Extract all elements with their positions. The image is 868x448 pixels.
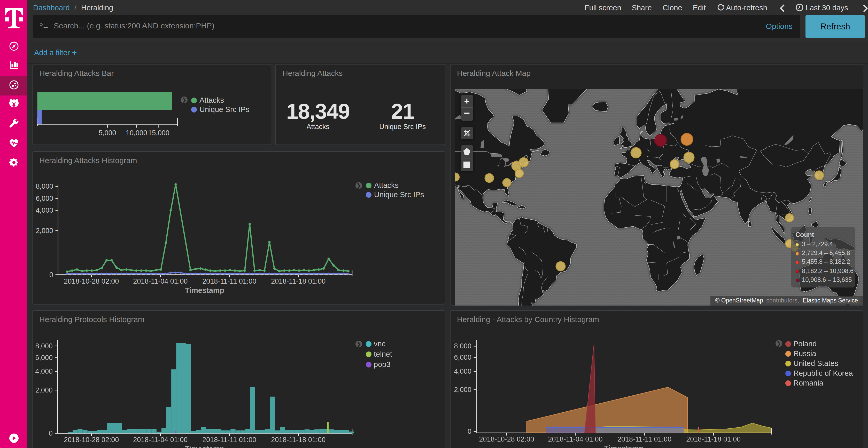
svg-text:2018-10-28 02:00: 2018-10-28 02:00 [64, 277, 119, 285]
svg-text:4,000: 4,000 [454, 368, 471, 375]
svg-text:10,000: 10,000 [126, 129, 147, 137]
svg-text:Timestamp: Timestamp [185, 286, 224, 295]
svg-text:2018-11-04 01:00: 2018-11-04 01:00 [133, 436, 188, 444]
svg-text:8,000: 8,000 [36, 182, 53, 190]
svg-text:2018-11-18 01:00: 2018-11-18 01:00 [271, 277, 326, 285]
svg-text:8,000: 8,000 [454, 342, 471, 350]
svg-text:15,000: 15,000 [148, 129, 169, 137]
svg-text:2,000: 2,000 [35, 386, 53, 394]
svg-text:2018-11-18 01:00: 2018-11-18 01:00 [271, 436, 326, 444]
svg-text:0: 0 [467, 427, 471, 435]
svg-text:2018-11-04 01:00: 2018-11-04 01:00 [133, 277, 188, 285]
svg-text:2018-10-28 02:00: 2018-10-28 02:00 [64, 436, 119, 444]
svg-text:2018-10-28 02:00: 2018-10-28 02:00 [479, 435, 534, 443]
svg-text:2018-11-11 01:00: 2018-11-11 01:00 [202, 277, 256, 285]
svg-text:2,000: 2,000 [36, 227, 53, 235]
svg-text:2018-11-11 01:00: 2018-11-11 01:00 [617, 435, 671, 443]
svg-text:2018-11-04 01:00: 2018-11-04 01:00 [548, 435, 602, 443]
svg-text:2018-11-11 01:00: 2018-11-11 01:00 [202, 436, 256, 444]
svg-text:6,000: 6,000 [36, 195, 53, 202]
svg-text:2,000: 2,000 [454, 386, 471, 393]
svg-text:5,000: 5,000 [99, 129, 116, 137]
svg-text:0: 0 [49, 429, 53, 437]
svg-text:Timestamp: Timestamp [185, 445, 224, 448]
svg-text:0: 0 [49, 271, 53, 279]
svg-text:8,000: 8,000 [35, 342, 53, 350]
svg-text:2018-11-18 01:00: 2018-11-18 01:00 [686, 435, 740, 443]
svg-text:6,000: 6,000 [35, 354, 53, 361]
svg-text:6,000: 6,000 [454, 353, 471, 361]
svg-text:4,000: 4,000 [35, 368, 53, 375]
svg-text:4,000: 4,000 [36, 206, 53, 214]
svg-text:Timestamp: Timestamp [604, 444, 643, 448]
